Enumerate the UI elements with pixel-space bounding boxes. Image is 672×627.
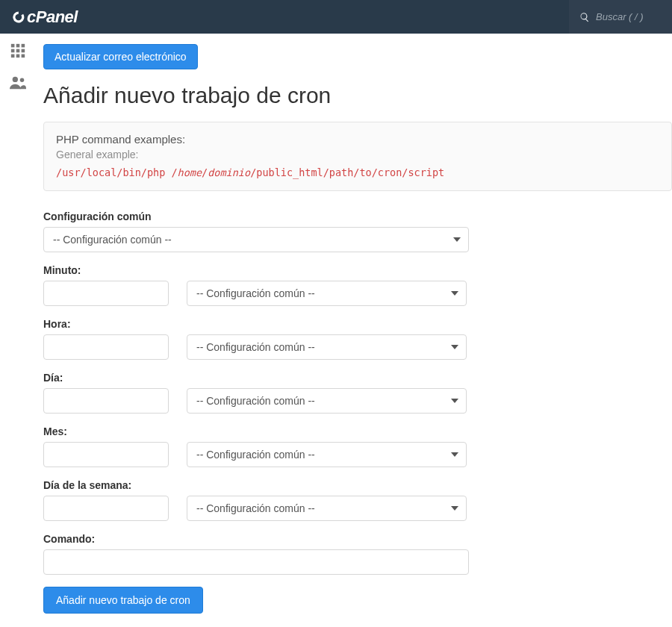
input-weekday[interactable]: [43, 496, 169, 521]
svg-rect-6: [11, 54, 15, 58]
input-month[interactable]: [43, 442, 169, 467]
select-minute[interactable]: -- Configuración común --: [187, 281, 467, 306]
select-weekday[interactable]: -- Configuración común --: [187, 496, 467, 521]
svg-rect-0: [11, 44, 15, 48]
update-email-button[interactable]: Actualizar correo electrónico: [43, 44, 198, 69]
svg-rect-8: [22, 54, 25, 58]
select-day[interactable]: -- Configuración común --: [187, 388, 467, 414]
input-hour[interactable]: [43, 334, 169, 360]
search-input[interactable]: [596, 11, 663, 22]
svg-rect-5: [22, 49, 25, 53]
input-command[interactable]: [43, 549, 469, 575]
cpanel-icon: [10, 10, 25, 25]
label-hour: Hora:: [43, 318, 672, 330]
search-area[interactable]: [569, 0, 672, 34]
brand-text: cPanel: [27, 7, 78, 27]
sidenav: [0, 34, 36, 627]
svg-point-10: [20, 78, 25, 83]
label-common: Configuración común: [43, 210, 672, 222]
group-weekday: Día de la semana: -- Configuración común…: [43, 479, 672, 521]
svg-rect-4: [16, 49, 20, 53]
group-minute: Minuto: -- Configuración común --: [43, 264, 672, 306]
svg-rect-7: [16, 54, 20, 58]
svg-point-9: [13, 77, 18, 82]
input-day[interactable]: [43, 388, 169, 414]
select-common-settings[interactable]: -- Configuración común --: [43, 227, 469, 252]
svg-rect-3: [11, 49, 15, 53]
svg-rect-2: [22, 44, 25, 48]
select-hour[interactable]: -- Configuración común --: [187, 334, 467, 360]
input-minute[interactable]: [43, 281, 169, 306]
callout-heading: PHP command examples:: [56, 133, 659, 146]
group-command: Comando:: [43, 533, 672, 575]
label-command: Comando:: [43, 533, 672, 545]
page-title: Añadir nuevo trabajo de cron: [43, 83, 672, 108]
callout-code: /usr/local/bin/php /home/dominio/public_…: [56, 166, 444, 178]
apps-grid-icon[interactable]: [10, 43, 26, 61]
group-month: Mes: -- Configuración común --: [43, 425, 672, 467]
users-icon[interactable]: [9, 75, 27, 93]
php-example-callout: PHP command examples: General example: /…: [43, 122, 672, 191]
group-hour: Hora: -- Configuración común --: [43, 318, 672, 360]
topbar: cPanel: [0, 0, 672, 34]
label-month: Mes:: [43, 425, 672, 437]
add-cron-button[interactable]: Añadir nuevo trabajo de cron: [43, 587, 203, 614]
brand-logo: cPanel: [0, 7, 88, 27]
group-day: Día: -- Configuración común --: [43, 372, 672, 414]
callout-sub: General example:: [56, 149, 659, 160]
label-day: Día:: [43, 372, 672, 384]
svg-rect-1: [16, 44, 20, 48]
main-content: Actualizar correo electrónico Añadir nue…: [36, 34, 672, 627]
label-minute: Minuto:: [43, 264, 672, 276]
label-weekday: Día de la semana:: [43, 479, 672, 491]
select-month[interactable]: -- Configuración común --: [187, 442, 467, 467]
group-common: Configuración común -- Configuración com…: [43, 210, 672, 252]
search-icon: [579, 12, 590, 22]
